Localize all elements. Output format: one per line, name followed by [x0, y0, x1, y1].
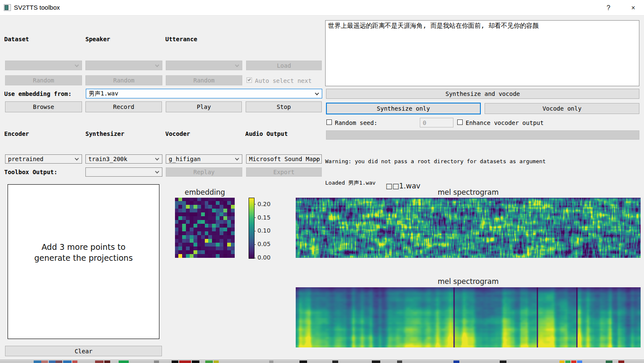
- dataset-label: Dataset: [4, 36, 29, 42]
- audio-output-value: Microsoft Sound Mapp: [249, 156, 320, 162]
- export-button[interactable]: Export: [246, 167, 322, 177]
- chevron-down-icon: [155, 156, 159, 161]
- vocoder-select[interactable]: g_hifigan: [166, 154, 242, 164]
- taskbar-icon-fragment: [95, 360, 103, 363]
- embedding-heatmap: [175, 198, 235, 258]
- app-window: SV2TTS toolbox ? × Dataset Speaker Utter…: [0, 0, 644, 360]
- random-seed-checkbox[interactable]: [326, 119, 332, 125]
- random-speaker-button[interactable]: Random: [85, 75, 162, 85]
- help-button[interactable]: ?: [599, 0, 618, 16]
- taskbar-icon-fragment: [618, 360, 624, 363]
- auto-select-checkbox[interactable]: [246, 77, 252, 83]
- colorbar-tick-mark: [254, 258, 256, 258]
- taskbar-icon-fragment: [56, 360, 62, 363]
- taskbar-icon-fragment: [372, 360, 380, 363]
- speaker-select[interactable]: [85, 61, 162, 70]
- clear-button[interactable]: Clear: [5, 346, 162, 356]
- synthesize-and-vocode-button[interactable]: Synthesize and vocode: [326, 89, 639, 99]
- synthesize-only-button[interactable]: Synthesize only: [326, 103, 481, 114]
- taskbar-icon-fragment: [606, 360, 612, 363]
- colorbar-tick-label: 0.20: [257, 201, 270, 207]
- utterance-label: Utterance: [165, 36, 197, 42]
- taskbar-sliver: [0, 360, 644, 363]
- mel-spectrogram-generated: [296, 287, 641, 347]
- chevron-down-icon: [75, 63, 79, 67]
- encoder-select[interactable]: pretrained: [5, 154, 82, 164]
- chevron-down-icon: [75, 156, 79, 161]
- vocode-only-button[interactable]: Vocode only: [485, 103, 639, 114]
- encoder-value: pretrained: [8, 156, 43, 162]
- taskbar-icon-fragment: [72, 360, 77, 363]
- synthesizer-label: Synthesizer: [85, 130, 125, 137]
- seed-input[interactable]: [420, 118, 453, 127]
- taskbar-icon-fragment: [397, 360, 402, 363]
- colorbar: [249, 198, 254, 259]
- toolbox-output-select[interactable]: [85, 167, 162, 177]
- toolbox-output-label: Toolbox Output:: [4, 169, 57, 175]
- synthesizer-value: train3_200k: [88, 156, 127, 162]
- log-line: Warning: you did not pass a root directo…: [325, 158, 641, 165]
- vocoder-label: Vocoder: [165, 130, 190, 137]
- taskbar-icon-fragment: [179, 360, 191, 363]
- taskbar-icon-fragment: [269, 360, 273, 363]
- taskbar-icon-fragment: [500, 360, 506, 363]
- colorbar-tick-label: 0.05: [257, 241, 270, 247]
- record-button[interactable]: Record: [85, 101, 162, 112]
- taskbar-icon-fragment: [172, 360, 178, 363]
- enhance-vocoder-checkbox[interactable]: [457, 119, 463, 125]
- random-dataset-button[interactable]: Random: [5, 75, 82, 85]
- browse-button[interactable]: Browse: [5, 101, 82, 112]
- dataset-select[interactable]: [5, 61, 82, 70]
- chevron-down-icon: [155, 170, 159, 174]
- taskbar-icon-fragment: [192, 360, 199, 363]
- window-title: SV2TTS toolbox: [14, 4, 60, 11]
- umap-projections-plot[interactable]: Add 3 more points to generate the projec…: [8, 184, 159, 339]
- audio-output-select[interactable]: Microsoft Sound Mapp: [246, 154, 322, 164]
- taskbar-icon-fragment: [559, 360, 564, 363]
- colorbar-tick-mark: [254, 217, 256, 218]
- taskbar-icon-fragment: [41, 360, 48, 363]
- use-embedding-label: Use embedding from:: [4, 90, 72, 97]
- synthesizer-select[interactable]: train3_200k: [85, 154, 162, 164]
- embedding-source-select[interactable]: 男声1.wav: [86, 89, 322, 98]
- taskbar-icon-fragment: [34, 360, 41, 363]
- embedding-source-value: 男声1.wav: [89, 90, 118, 98]
- speaker-label: Speaker: [85, 36, 110, 42]
- close-button[interactable]: ×: [624, 0, 643, 16]
- log-line: Loaded 男声1.wav: [325, 179, 641, 186]
- taskbar-icon-fragment: [332, 360, 338, 363]
- random-utterance-button[interactable]: Random: [166, 75, 242, 85]
- utterance-select[interactable]: [166, 61, 242, 70]
- colorbar-tick-mark: [254, 231, 256, 231]
- taskbar-icon-fragment: [577, 360, 582, 363]
- stop-button[interactable]: Stop: [246, 101, 322, 112]
- title-bar: SV2TTS toolbox ? ×: [0, 0, 644, 16]
- chevron-down-icon: [235, 63, 239, 67]
- chevron-down-icon: [315, 91, 319, 95]
- projections-message-line1: Add 3 more points to: [8, 242, 159, 253]
- taskbar-icon-fragment: [119, 360, 129, 363]
- load-button[interactable]: Load: [246, 61, 322, 70]
- vocoder-value: g_hifigan: [169, 156, 201, 162]
- taskbar-icon-fragment: [565, 360, 570, 363]
- replay-button[interactable]: Replay: [166, 167, 242, 177]
- auto-select-label: Auto select next: [255, 77, 312, 84]
- wav-title: □□1.wav: [386, 182, 421, 190]
- mel-bottom-title: mel spectrogram: [437, 277, 498, 286]
- projections-message: Add 3 more points to generate the projec…: [8, 242, 159, 263]
- synthesis-text-input[interactable]: 世界上最遥远的距离不是天涯海角, 而是我站在你面前, 却看不见你的容颜: [325, 20, 639, 86]
- progress-bar: [326, 130, 639, 140]
- colorbar-tick-label: 0.10: [257, 227, 270, 234]
- taskbar-icon-fragment: [49, 360, 56, 363]
- embedding-plot-title: embedding: [185, 188, 225, 196]
- chevron-down-icon: [235, 156, 239, 161]
- taskbar-icon-fragment: [154, 360, 159, 363]
- play-button[interactable]: Play: [166, 101, 242, 112]
- taskbar-icon-fragment: [63, 360, 72, 363]
- taskbar-icon-fragment: [214, 360, 219, 363]
- random-seed-label: Random seed:: [335, 119, 377, 126]
- colorbar-tick-mark: [254, 244, 256, 245]
- mel-top-title: mel spectrogram: [437, 188, 498, 196]
- taskbar-icon-fragment: [453, 360, 459, 363]
- mel-spectrogram-target: [296, 198, 641, 258]
